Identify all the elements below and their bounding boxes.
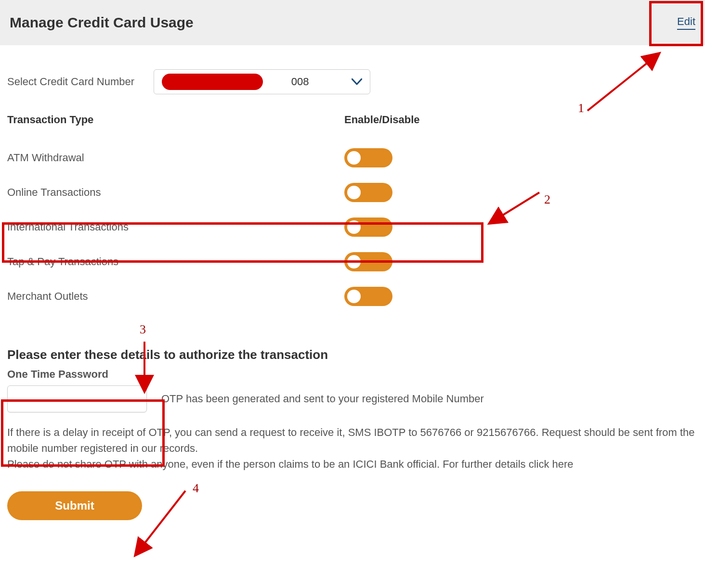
page-title: Manage Credit Card Usage bbox=[10, 14, 194, 31]
submit-button[interactable]: Submit bbox=[7, 491, 142, 520]
annotation-arrow-2 bbox=[482, 188, 549, 231]
tx-row-merchant: Merchant Outlets bbox=[7, 279, 698, 314]
tx-row-atm: ATM Withdrawal bbox=[7, 141, 698, 175]
card-select-label: Select Credit Card Number bbox=[7, 76, 134, 88]
svg-line-1 bbox=[588, 53, 660, 111]
svg-line-7 bbox=[135, 491, 185, 556]
auth-heading: Please enter these details to authorize … bbox=[7, 347, 698, 362]
annotation-arrow-1 bbox=[578, 48, 674, 115]
tx-label: ATM Withdrawal bbox=[7, 152, 344, 164]
redacted-card-number bbox=[162, 74, 263, 90]
tx-label: Merchant Outlets bbox=[7, 290, 344, 303]
annotation-box-edit bbox=[649, 1, 703, 46]
otp-label: One Time Password bbox=[7, 368, 698, 381]
col-header-type: Transaction Type bbox=[7, 114, 344, 126]
annotation-number-1: 1 bbox=[578, 101, 584, 115]
card-select-dropdown[interactable]: 008 bbox=[154, 69, 370, 94]
annotation-number-4: 4 bbox=[193, 481, 199, 496]
toggle-merchant[interactable] bbox=[344, 287, 392, 306]
page-header: Manage Credit Card Usage Edit bbox=[0, 0, 705, 45]
col-header-enable: Enable/Disable bbox=[344, 114, 420, 126]
tx-label: Online Transactions bbox=[7, 186, 344, 199]
annotation-number-3: 3 bbox=[140, 322, 146, 337]
annotation-box-international bbox=[2, 222, 483, 263]
annotation-box-otp bbox=[1, 399, 165, 467]
annotation-arrow-4 bbox=[128, 486, 195, 563]
annotation-number-2: 2 bbox=[544, 192, 550, 207]
card-number-suffix: 008 bbox=[291, 76, 309, 88]
annotation-arrow-3 bbox=[135, 337, 154, 399]
toggle-atm[interactable] bbox=[344, 148, 392, 167]
otp-sent-message: OTP has been generated and sent to your … bbox=[161, 393, 484, 405]
chevron-down-icon bbox=[352, 77, 362, 88]
tx-row-online: Online Transactions bbox=[7, 175, 698, 210]
svg-line-3 bbox=[489, 192, 539, 224]
toggle-online[interactable] bbox=[344, 183, 392, 202]
